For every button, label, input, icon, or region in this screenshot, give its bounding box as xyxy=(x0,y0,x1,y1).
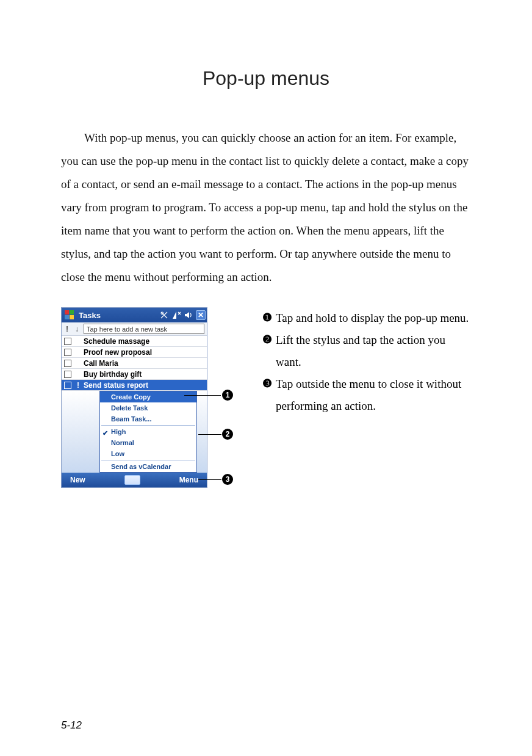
checkbox-icon[interactable] xyxy=(64,382,71,389)
task-label: Schedule massage xyxy=(84,337,149,346)
callout-bullet-3: 3 xyxy=(222,474,233,485)
task-label: Call Maria xyxy=(84,359,118,368)
task-row[interactable]: Proof new proposal xyxy=(62,347,207,358)
task-row-selected[interactable]: ! Send status report xyxy=(62,380,207,391)
popup-menu: Create Copy Delete Task Beam Task... ✔Hi… xyxy=(99,391,197,473)
task-label: Send status report xyxy=(84,381,148,390)
start-flag-icon[interactable] xyxy=(63,308,76,322)
menu-separator xyxy=(101,460,195,460)
menu-item-delete-task[interactable]: Delete Task xyxy=(100,402,196,413)
svg-rect-0 xyxy=(65,310,69,314)
legend-item: ❶ Tap and hold to display the pop-up men… xyxy=(262,307,471,329)
legend: ❶ Tap and hold to display the pop-up men… xyxy=(244,307,471,417)
svg-rect-2 xyxy=(65,315,69,319)
menu-item-send-vcalendar[interactable]: Send as vCalendar xyxy=(100,461,196,472)
softkey-new[interactable]: New xyxy=(70,476,85,484)
menu-item-high[interactable]: ✔High xyxy=(100,426,196,437)
checkbox-icon[interactable] xyxy=(64,371,71,378)
legend-text-2: Lift the stylus and tap the action you w… xyxy=(276,329,471,373)
svg-rect-1 xyxy=(70,310,74,314)
content-area[interactable]: Create Copy Delete Task Beam Task... ✔Hi… xyxy=(62,391,207,473)
softkey-menu[interactable]: Menu xyxy=(179,476,198,484)
task-list: Schedule massage Proof new proposal Call… xyxy=(62,336,207,391)
menu-item-normal[interactable]: Normal xyxy=(100,437,196,448)
keyboard-icon[interactable] xyxy=(124,475,140,485)
figure-row: Tasks ✕ ! ↓ Tap here to add a new task S… xyxy=(61,307,471,488)
legend-text-1: Tap and hold to display the pop-up menu. xyxy=(276,307,471,329)
task-row[interactable]: Schedule massage xyxy=(62,336,207,347)
task-row[interactable]: Call Maria xyxy=(62,358,207,369)
signal-icon[interactable] xyxy=(171,310,181,320)
speaker-icon[interactable] xyxy=(184,310,193,320)
menu-separator xyxy=(101,425,195,426)
legend-item: ❸ Tap outside the menu to close it witho… xyxy=(262,373,471,417)
callout-line-1 xyxy=(184,395,221,396)
task-label: Buy birthday gift xyxy=(84,370,142,379)
menu-item-create-copy[interactable]: Create Copy xyxy=(100,391,196,402)
callout-line-2 xyxy=(198,434,221,435)
callout-bullet-1: 1 xyxy=(222,390,233,401)
app-title: Tasks xyxy=(79,311,159,320)
checkbox-icon[interactable] xyxy=(64,349,71,356)
page-number: 5-12 xyxy=(61,719,82,732)
task-row[interactable]: Buy birthday gift xyxy=(62,369,207,380)
system-tray: ✕ xyxy=(159,310,207,320)
legend-item: ❷ Lift the stylus and tap the action you… xyxy=(262,329,471,373)
connectivity-icon[interactable] xyxy=(159,310,169,320)
page-title: Pop-up menus xyxy=(61,67,471,90)
device-screenshot: Tasks ✕ ! ↓ Tap here to add a new task S… xyxy=(61,307,207,488)
checkbox-icon[interactable] xyxy=(64,338,71,345)
intro-paragraph: With pop-up menus, you can quickly choos… xyxy=(61,126,471,289)
callout-bullet-2: 2 xyxy=(222,429,233,440)
priority-cell: ! xyxy=(75,381,81,390)
legend-number-2: ❷ xyxy=(262,329,276,373)
close-button[interactable]: ✕ xyxy=(196,310,206,320)
legend-text-3: Tap outside the menu to close it without… xyxy=(276,373,471,417)
checkbox-icon[interactable] xyxy=(64,360,71,367)
task-label: Proof new proposal xyxy=(84,348,152,357)
menu-item-low[interactable]: Low xyxy=(100,448,196,459)
svg-rect-3 xyxy=(70,315,74,319)
bottom-bar: New Menu xyxy=(62,473,207,487)
titlebar: Tasks ✕ xyxy=(62,308,207,322)
add-task-input[interactable]: Tap here to add a new task xyxy=(84,324,204,334)
task-header-row: ! ↓ Tap here to add a new task xyxy=(62,322,207,336)
sort-down-icon[interactable]: ↓ xyxy=(74,325,80,333)
callout-line-3 xyxy=(198,479,221,480)
menu-item-beam-task[interactable]: Beam Task... xyxy=(100,413,196,424)
menu-item-label: High xyxy=(111,428,126,435)
legend-number-3: ❸ xyxy=(262,373,276,417)
legend-number-1: ❶ xyxy=(262,307,276,329)
priority-column-icon[interactable]: ! xyxy=(64,325,70,333)
